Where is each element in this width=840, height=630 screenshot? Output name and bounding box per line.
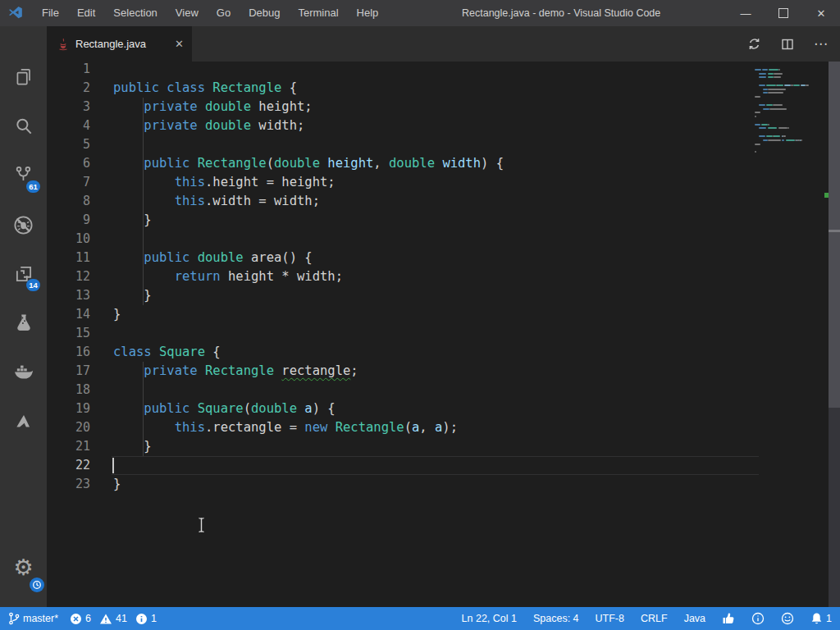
sidebar-item-explorer[interactable] [0,52,47,102]
code-line[interactable]: 23} [47,475,840,494]
code-line[interactable]: 10 [47,230,840,249]
minimize-button[interactable]: — [727,0,765,26]
menu-selection[interactable]: Selection [104,0,166,26]
sidebar-item-azure[interactable] [0,397,47,446]
code-line[interactable]: 4 private double width; [47,116,840,135]
line-number: 3 [47,98,90,116]
sidebar-item-docker[interactable] [0,348,47,397]
code-line[interactable]: 16class Square { [47,343,840,362]
notification-count: 1 [826,613,832,624]
current-line-highlight [112,456,759,475]
code-text: } [113,286,152,305]
bell-icon [810,612,823,625]
docker-icon [12,361,35,384]
code-line[interactable]: 8 this.width = width; [47,192,840,211]
branch-indicator[interactable]: master* [8,612,58,625]
minimap-line [755,116,756,117]
feedback-smiley-button[interactable] [781,612,794,625]
code-line[interactable]: 21 } [47,437,840,456]
vertical-scrollbar[interactable] [829,62,840,607]
editor[interactable]: 12public class Rectangle {3 private doub… [47,62,840,607]
minimap-line [759,84,765,86]
minimap-line [761,124,768,126]
eol-indicator[interactable]: CRLF [641,613,668,624]
sidebar-item-source-control[interactable]: 61 [0,151,47,200]
info-button[interactable] [751,612,765,625]
code-line[interactable]: 11 public double area() { [47,249,840,267]
code-line[interactable]: 20 this.rectangle = new Rectangle(a, a); [47,418,840,437]
code-line[interactable]: 13 } [47,286,840,305]
menu-help[interactable]: Help [348,0,388,26]
sidebar-item-test[interactable] [0,299,47,348]
line-number: 6 [47,154,90,173]
minimap-line [806,84,809,86]
more-actions-icon[interactable]: ⋯ [814,35,829,52]
code-text: private double width; [113,116,304,135]
code-line[interactable]: 12 return height * width; [47,267,840,286]
code-text: public Rectangle(double height, double w… [113,154,504,173]
code-line[interactable]: 3 private double height; [47,98,840,116]
settings-gear-button[interactable]: ⚙ [0,543,47,592]
menu-view[interactable]: View [167,0,208,26]
menu-bar: FileEditSelectionViewGoDebugTerminalHelp [33,0,387,26]
menu-edit[interactable]: Edit [68,0,104,26]
menu-file[interactable]: File [33,0,68,26]
code-line[interactable]: 17 private Rectangle rectangle; [47,362,840,381]
code-line[interactable]: 14} [47,305,840,324]
menu-terminal[interactable]: Terminal [289,0,347,26]
sync-icon[interactable] [747,37,761,51]
code-text: return height * width; [113,267,343,286]
line-number: 22 [47,456,90,475]
split-editor-icon[interactable] [781,38,794,51]
minimap-line [793,84,800,86]
code-line[interactable]: 2public class Rectangle { [47,79,840,98]
line-number: 12 [47,267,90,286]
line-number: 21 [47,437,90,456]
maximize-button[interactable] [765,0,802,26]
minimap-line [768,89,786,90]
minimap-line [763,108,769,110]
scrollbar-slider[interactable] [829,62,840,408]
minimap-line [755,69,761,71]
feedback-button[interactable] [722,612,735,625]
tab-rectangle-java[interactable]: Rectangle.java ✕ [47,26,192,62]
encoding-indicator[interactable]: UTF-8 [596,613,624,624]
settings-sync-clock-badge [30,578,44,592]
code-line[interactable]: 18 [47,381,840,399]
menu-debug[interactable]: Debug [240,0,289,26]
notifications-bell[interactable]: 1 [810,612,832,625]
line-number: 7 [47,173,90,192]
tab-close-icon[interactable]: ✕ [175,38,184,50]
search-icon [13,116,34,137]
language-indicator[interactable]: Java [684,613,705,624]
code-text: public Square(double a) { [113,399,336,418]
line-number: 18 [47,381,90,399]
minimap-line [766,104,773,106]
gear-icon: ⚙ [13,557,33,579]
code-line[interactable]: 19 public Square(double a) { [47,399,840,418]
sidebar-item-search[interactable] [0,102,47,151]
sidebar-item-extensions[interactable]: 14 [0,249,47,299]
indentation-indicator[interactable]: Spaces: 4 [533,613,579,624]
line-number: 11 [47,249,90,267]
status-bar: master* 6 41 1 Ln 22, Col 1 Spaces: 4 UT… [0,607,840,630]
code-line[interactable]: 9 } [47,211,840,230]
code-text: public class Rectangle { [113,79,297,98]
code-line[interactable]: 6 public Rectangle(double height, double… [47,154,840,173]
code-line[interactable]: 15 [47,324,840,343]
line-number: 14 [47,305,90,324]
minimap-line [766,84,776,86]
menu-go[interactable]: Go [208,0,240,26]
sidebar-item-debug[interactable] [0,200,47,249]
line-number: 9 [47,211,90,230]
activity-bar: 61 14 [0,26,47,607]
cursor-position[interactable]: Ln 22, Col 1 [462,613,517,624]
problems-indicator[interactable]: 6 41 1 [70,613,157,625]
line-number: 13 [47,286,90,305]
line-number: 19 [47,399,90,418]
code-line[interactable]: 7 this.height = height; [47,173,840,192]
minimap-line [768,124,770,126]
code-line[interactable]: 5 [47,135,840,154]
close-button[interactable]: ✕ [802,0,840,26]
code-line[interactable]: 1 [47,62,840,79]
